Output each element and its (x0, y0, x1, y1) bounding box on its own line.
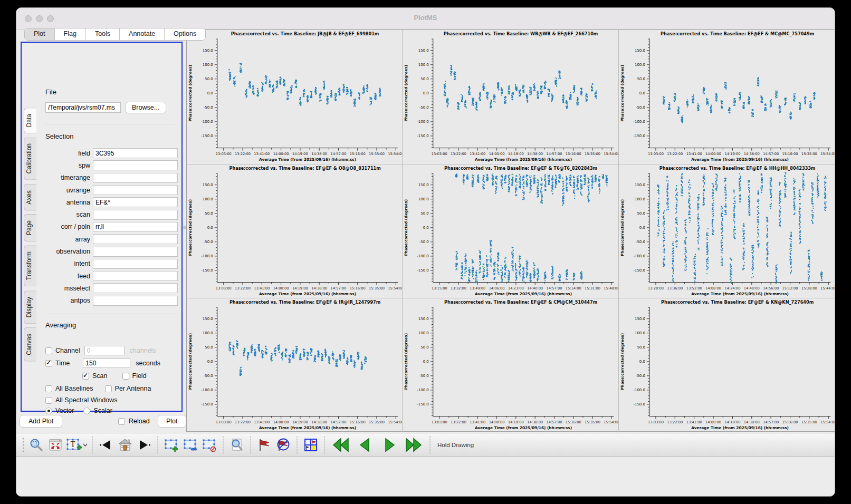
channel-average-checkbox[interactable] (45, 347, 52, 354)
sidebar-tab-data[interactable]: Data (24, 108, 36, 133)
home-icon[interactable] (116, 435, 135, 454)
svg-text:-150.0: -150.0 (417, 134, 429, 138)
svg-text:14:23:00: 14:23:00 (508, 286, 524, 290)
all-spectral-windows-checkbox[interactable] (45, 397, 52, 404)
zoom-tool-icon[interactable] (27, 435, 46, 454)
plot-cell-9[interactable]: Phase:corrected vs. Time Baseline: EF@EF… (619, 298, 835, 432)
svg-text:14:38:00: 14:38:00 (743, 152, 759, 156)
sidebar-tab-transform[interactable]: Transform (24, 245, 36, 286)
vector-radio[interactable] (45, 408, 52, 414)
svg-text:13:22:00: 13:22:00 (451, 152, 466, 156)
svg-text:13:22:00: 13:22:00 (235, 152, 251, 156)
plot-cell-6[interactable]: Phase:corrected vs. Time Baseline: EF@EF… (619, 164, 835, 299)
svg-text:0.0: 0.0 (207, 226, 213, 230)
annotate-text-icon[interactable]: T (65, 435, 88, 454)
expand-window-icon[interactable] (46, 435, 65, 454)
sidebar-tab-calibration[interactable]: Calibration (24, 137, 36, 180)
divider (45, 124, 175, 124)
mark-region-clear-icon[interactable] (200, 435, 219, 454)
toolbar-grip[interactable] (22, 437, 25, 453)
svg-text:Average Time (from 2025/09/16): Average Time (from 2025/09/16) (hh:mm:ss… (475, 425, 572, 430)
svg-text:Phase:corrected (degrees): Phase:corrected (degrees) (620, 199, 625, 256)
time-value-input[interactable] (83, 358, 130, 368)
plot-cell-7[interactable]: Phase:corrected vs. Time Baseline: EF@EF… (187, 298, 403, 432)
previous-plot-icon[interactable] (353, 435, 377, 454)
mark-region-subtract-icon[interactable] (181, 435, 200, 454)
selection-antpos-input[interactable] (93, 296, 178, 306)
scalar-radio[interactable] (83, 408, 90, 414)
selection-uvrange-input[interactable] (93, 185, 178, 195)
selection-antenna-input[interactable] (93, 197, 178, 207)
sidebar-tab-canvas[interactable]: Canvas (24, 327, 36, 362)
all-baselines-checkbox[interactable] (45, 385, 52, 392)
zoom-page-icon[interactable] (227, 435, 246, 454)
svg-text:-100.0: -100.0 (633, 388, 645, 392)
svg-text:150.0: 150.0 (418, 183, 429, 187)
reload-checkbox[interactable] (118, 418, 125, 425)
flag-icon[interactable] (255, 435, 274, 454)
selection-field-label: antpos (42, 297, 93, 304)
selection-intent-input[interactable] (93, 259, 178, 269)
sidebar-tab-axes[interactable]: Axes (24, 184, 36, 211)
selection-row: field (42, 147, 178, 159)
svg-text:14:00:00: 14:00:00 (705, 152, 721, 156)
selection-observation-input[interactable] (93, 247, 178, 257)
svg-text:50.0: 50.0 (637, 77, 645, 81)
first-plot-icon[interactable] (329, 435, 353, 454)
per-antenna-checkbox[interactable] (105, 385, 112, 392)
scan-checkbox[interactable] (82, 373, 89, 380)
mark-region-add-icon[interactable] (162, 435, 181, 454)
tab-flag[interactable]: Flag (55, 28, 86, 40)
tab-annotate[interactable]: Annotate (120, 28, 165, 40)
svg-text:13:41:00: 13:41:00 (254, 152, 270, 156)
selection-scan-input[interactable] (93, 210, 178, 220)
unflag-icon[interactable] (274, 435, 293, 454)
browse-button[interactable]: Browse... (125, 102, 166, 113)
sidebar-tab-display[interactable]: Display (24, 290, 36, 324)
file-section-label: File (45, 88, 56, 96)
svg-text:14:38:00: 14:38:00 (311, 420, 327, 424)
hold-drawing-label[interactable]: Hold Drawing (437, 442, 474, 448)
plot-cell-1[interactable]: Phase:corrected vs. Time Baseline: JB@JB… (187, 30, 403, 164)
selection-msselect-input[interactable] (93, 283, 178, 293)
next-plot-icon[interactable] (377, 435, 401, 454)
tab-plot[interactable]: Plot (25, 28, 55, 40)
plot-cell-5[interactable]: Phase:corrected vs. Time Baseline: EF@EF… (403, 164, 618, 299)
tab-options[interactable]: Options (165, 28, 205, 40)
svg-text:-50.0: -50.0 (204, 374, 213, 378)
field-checkbox[interactable] (122, 373, 129, 380)
plot-cell-3[interactable]: Phase:corrected vs. Time Baseline: EF@EF… (619, 30, 835, 164)
sidebar-tab-page[interactable]: Page (24, 214, 36, 241)
add-plot-button[interactable]: Add Plot (20, 415, 62, 428)
back-icon[interactable] (97, 435, 116, 454)
selection-timerange-input[interactable] (93, 173, 178, 183)
plot-button[interactable]: Plot (158, 415, 186, 428)
svg-text:15:16:00: 15:16:00 (350, 420, 366, 424)
selection-array-input[interactable] (93, 234, 178, 244)
svg-text:13:03:00: 13:03:00 (216, 420, 232, 424)
selection-field-label: field (42, 150, 93, 157)
time-average-checkbox[interactable] (45, 360, 52, 367)
svg-text:Average Time (from 2025/09/16): Average Time (from 2025/09/16) (hh:mm:ss… (691, 425, 789, 430)
plot-cell-2[interactable]: Phase:corrected vs. Time Baseline: WB@WB… (403, 30, 618, 164)
plot-cell-4[interactable]: Phase:corrected vs. Time Baseline: EF@EF… (187, 164, 403, 299)
channel-value-input[interactable] (84, 346, 125, 355)
svg-text:-100.0: -100.0 (417, 388, 429, 392)
svg-text:14:19:00: 14:19:00 (724, 420, 740, 424)
plot-cell-8[interactable]: Phase:corrected vs. Time Baseline: EF@EF… (403, 298, 618, 432)
divider (45, 314, 175, 314)
svg-text:13:22:00: 13:22:00 (235, 420, 251, 424)
svg-text:Phase:corrected vs. Time Basel: Phase:corrected vs. Time Baseline: WB@WB… (444, 31, 598, 36)
forward-icon[interactable] (135, 435, 154, 454)
selection-spw-input[interactable] (93, 160, 178, 170)
selection-feed-input[interactable] (93, 271, 178, 281)
last-plot-icon[interactable] (401, 435, 426, 454)
ms-file-input[interactable] (45, 102, 121, 113)
svg-text:Average Time (from 2025/09/16): Average Time (from 2025/09/16) (hh:mm:ss… (475, 157, 572, 162)
svg-text:Phase:corrected vs. Time Basel: Phase:corrected vs. Time Baseline: EF@EF… (230, 299, 380, 305)
locate-grid-icon[interactable] (301, 435, 320, 454)
tab-tools[interactable]: Tools (86, 28, 120, 40)
svg-text:-50.0: -50.0 (419, 240, 429, 244)
selection-field-input[interactable] (93, 148, 178, 158)
selection-corrpoln-input[interactable] (93, 222, 178, 232)
